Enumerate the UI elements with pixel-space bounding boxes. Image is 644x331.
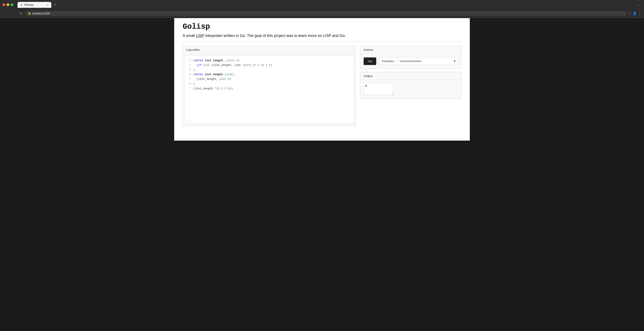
tab-bar: A Webapp × + <box>18 2 634 8</box>
code-content-3: ) <box>193 68 351 72</box>
maximize-traffic-light[interactable] <box>10 4 13 6</box>
code-content-7: (list_length '(1 2 3 4)) <box>193 86 351 91</box>
code-editor-area[interactable]: 1 (defun list_length_ (list n) 2 (if lis… <box>184 56 354 123</box>
actions-panel: Actions run Examples recursiveFunction f… <box>360 46 461 68</box>
subtitle-prefix: A small <box>183 34 196 38</box>
line-number-2: 2 <box>187 63 191 68</box>
output-textarea[interactable]: 4 <box>364 82 393 95</box>
line-number-1: 1 <box>187 58 191 63</box>
forward-button[interactable]: → <box>10 10 16 16</box>
tab-close-button[interactable]: × <box>46 3 49 6</box>
code-line-4: 4 (defun list_length (list) <box>187 72 351 77</box>
tab-favicon-icon: A <box>20 4 23 6</box>
code-content-4: (defun list_length (list) <box>193 72 351 77</box>
lisp-editor-panel: Lisp editor 1 (defun list_length_ (list … <box>183 46 356 126</box>
output-content: 4 <box>360 80 461 98</box>
browser-dropdown-icon[interactable]: ⌄ <box>636 2 642 8</box>
code-line-1: 1 (defun list_length_ (list n) <box>187 58 351 63</box>
code-line-7: 7 (list_length '(1 2 3 4)) <box>187 86 351 91</box>
right-panels: Actions run Examples recursiveFunction f… <box>360 46 461 99</box>
close-traffic-light[interactable] <box>2 4 5 6</box>
tab-title-text: Webapp <box>24 4 45 6</box>
output-panel-header: Output <box>360 72 461 80</box>
page-subtitle: A small LISP interpreter written in Go. … <box>183 34 461 38</box>
active-tab[interactable]: A Webapp × <box>18 2 51 8</box>
address-bar-actions: ☆ 👤 ⋮ <box>628 12 642 16</box>
page-title: Golisp <box>183 22 461 31</box>
subtitle-rest: interpreter written in Go. The goal of t… <box>204 34 346 38</box>
code-line-6: 6 ) <box>187 82 351 86</box>
minimize-traffic-light[interactable] <box>6 4 9 6</box>
lisp-editor-header: Lisp editor <box>183 46 356 54</box>
code-content-6: ) <box>193 82 351 86</box>
page-wrapper: Golisp A small LISP interpreter written … <box>174 18 470 140</box>
code-line-2: 2 (if list (list_length_ (cdr list) (+ n… <box>187 63 351 68</box>
output-panel: Output 4 <box>360 72 461 99</box>
examples-select[interactable]: recursiveFunction fibonacci factorial he… <box>397 58 452 65</box>
browser-chrome: A Webapp × + ⌄ ← → ↻ 🔒 localhost:4200 ☆ … <box>0 0 644 18</box>
browser-addressbar: ← → ↻ 🔒 localhost:4200 ☆ 👤 ⋮ <box>0 10 644 18</box>
refresh-button[interactable]: ↻ <box>18 10 24 16</box>
chevron-down-icon: ▾ <box>452 58 458 65</box>
profile-icon[interactable]: 👤 <box>632 12 637 16</box>
line-number-3: 3 <box>187 68 191 72</box>
lock-icon: 🔒 <box>28 12 31 15</box>
code-content-1: (defun list_length_ (list n) <box>193 58 351 63</box>
code-line-5: 5 (list_length_ list 0) <box>187 77 351 82</box>
panels-container: Lisp editor 1 (defun list_length_ (list … <box>183 46 461 126</box>
lisp-link[interactable]: LISP <box>196 34 204 38</box>
new-tab-button[interactable]: + <box>52 2 58 8</box>
actions-controls: run Examples recursiveFunction fibonacci… <box>360 54 461 68</box>
code-content-2: (if list (list_length_ (cdr list) (+ n 1… <box>193 63 351 68</box>
code-line-3: 3 ) <box>187 68 351 72</box>
menu-icon[interactable]: ⋮ <box>638 12 642 16</box>
examples-label: Examples <box>379 58 397 65</box>
browser-titlebar: A Webapp × + ⌄ <box>0 0 644 10</box>
address-bar[interactable]: 🔒 localhost:4200 <box>25 11 627 16</box>
examples-select-wrapper[interactable]: Examples recursiveFunction fibonacci fac… <box>379 57 458 65</box>
line-number-5: 5 <box>187 77 191 82</box>
traffic-lights <box>2 4 13 6</box>
bookmark-icon[interactable]: ☆ <box>628 12 631 16</box>
line-number-7: 7 <box>187 86 191 91</box>
run-button[interactable]: run <box>364 58 376 65</box>
back-button[interactable]: ← <box>2 10 8 16</box>
url-text: localhost:4200 <box>32 12 624 15</box>
line-number-6: 6 <box>187 82 191 86</box>
code-content-5: (list_length_ list 0) <box>193 77 351 82</box>
line-number-4: 4 <box>187 72 191 77</box>
actions-panel-header: Actions <box>360 46 461 54</box>
